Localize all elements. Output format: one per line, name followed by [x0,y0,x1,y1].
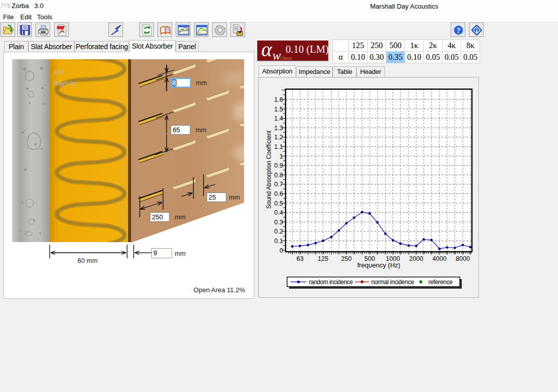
svg-text:250: 250 [341,255,352,262]
svg-text:1: 1 [280,153,283,160]
svg-text:random incidence: random incidence [309,279,353,286]
svg-text:0.3: 0.3 [274,219,283,226]
svg-text:63: 63 [297,255,304,262]
svg-text:2000: 2000 [409,255,423,262]
svg-text:reference: reference [428,279,453,286]
svg-text:1.1: 1.1 [274,143,283,150]
svg-text:i: i [476,27,478,34]
svg-text:1.3: 1.3 [274,125,283,132]
svg-text:1.4: 1.4 [274,115,283,122]
svg-text:0.1: 0.1 [274,238,283,245]
svg-text:4000: 4000 [432,255,447,262]
svg-text:0.5: 0.5 [274,200,283,207]
svg-text:0.8: 0.8 [274,172,283,179]
svg-text:0.4: 0.4 [274,209,283,216]
svg-text:0.6: 0.6 [274,190,283,198]
svg-text:8000: 8000 [456,255,470,262]
svg-text:Rayls/m: Rayls/m [53,80,77,87]
svg-text:1.5: 1.5 [274,106,283,113]
svg-text:125: 125 [318,255,329,262]
svg-text:1.6: 1.6 [274,96,283,103]
svg-text:normal incidence: normal incidence [371,279,414,286]
svg-text:0: 0 [280,247,283,254]
svg-text:0.9: 0.9 [274,162,283,169]
svg-text:0.2: 0.2 [274,228,283,235]
svg-text:Sound Absorption Coefficient: Sound Absorption Coefficient [265,130,272,209]
svg-text:0.7: 0.7 [274,181,283,188]
svg-text:400: 400 [53,68,64,76]
svg-text:?: ? [457,26,461,34]
svg-text:1.2: 1.2 [274,134,283,141]
svg-text:frequency (Hz): frequency (Hz) [357,261,400,269]
